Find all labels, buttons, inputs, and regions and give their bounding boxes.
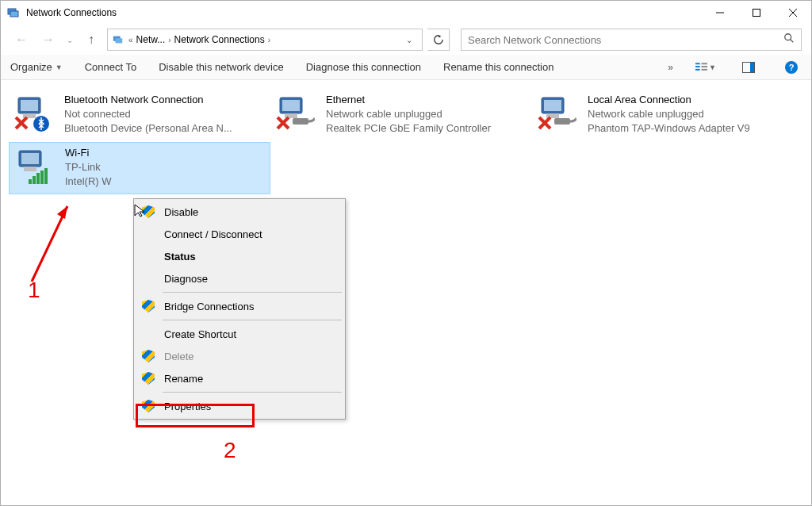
adapter-icon [14, 146, 60, 190]
svg-rect-13 [702, 63, 708, 64]
connection-name: Bluetooth Network Connection [64, 93, 232, 107]
disable-device-button[interactable]: Disable this network device [159, 61, 284, 73]
breadcrumb-icon [111, 34, 125, 45]
context-menu: Disable Connect / Disconnect Status Diag… [133, 198, 346, 420]
adapter-icon [13, 93, 59, 137]
view-options-button[interactable]: ▼ [695, 58, 716, 77]
svg-rect-41 [36, 173, 40, 184]
uac-shield-icon [142, 300, 155, 312]
breadcrumb-sep-icon: « [128, 36, 133, 44]
help-icon: ? [785, 61, 798, 74]
history-dropdown[interactable]: ⌄ [64, 36, 75, 44]
connection-name: Ethernet [326, 93, 491, 107]
chevron-down-icon: ▼ [709, 63, 716, 71]
connection-bluetooth[interactable]: Bluetooth Network Connection Not connect… [9, 90, 270, 142]
adapter-icon [537, 93, 583, 137]
svg-rect-37 [21, 153, 39, 164]
connect-to-button[interactable]: Connect To [85, 61, 137, 73]
chevron-right-icon: › [168, 36, 170, 44]
search-icon[interactable] [783, 33, 795, 47]
breadcrumb-seg-1[interactable]: Netw... [136, 34, 166, 45]
annotation-highlight-box [136, 404, 255, 427]
svg-rect-17 [750, 63, 754, 72]
close-button[interactable] [775, 1, 811, 25]
network-connections-window: Network Connections ← → ⌄ ↑ « Netw... › … [0, 0, 812, 506]
refresh-button[interactable] [427, 29, 450, 51]
minimize-button[interactable] [702, 1, 738, 25]
ctx-rename[interactable]: Rename [136, 367, 343, 389]
svg-rect-31 [544, 100, 561, 111]
svg-rect-42 [40, 171, 44, 184]
breadcrumb-dropdown[interactable]: ⌄ [400, 36, 419, 44]
adapter-icon [275, 93, 321, 137]
connection-status: TP-Link [65, 160, 112, 174]
svg-point-8 [785, 34, 791, 40]
signal-bars-icon [29, 168, 49, 184]
toolbar: Organize ▼ Connect To Disable this netwo… [1, 55, 811, 80]
uac-shield-icon [142, 205, 155, 218]
search-box[interactable] [461, 29, 802, 51]
svg-rect-11 [695, 66, 700, 67]
toolbar-overflow[interactable]: » [668, 62, 673, 73]
connection-ethernet[interactable]: Ethernet Network cable unplugged Realtek… [270, 90, 532, 142]
search-input[interactable] [468, 34, 783, 46]
svg-rect-35 [554, 118, 570, 125]
chevron-down-icon: ▼ [56, 63, 63, 71]
ctx-status[interactable]: Status [136, 245, 343, 267]
connection-status: Network cable unplugged [326, 107, 491, 121]
connection-status: Network cable unplugged [588, 107, 750, 121]
svg-rect-10 [695, 63, 700, 64]
svg-rect-29 [293, 118, 308, 125]
connection-list: Bluetooth Network Connection Not connect… [9, 90, 803, 194]
connection-status: Not connected [64, 107, 232, 121]
breadcrumb-seg-2[interactable]: Network Connections [174, 34, 265, 45]
svg-rect-39 [29, 179, 32, 184]
connection-name: Wi-Fi [65, 146, 112, 160]
ctx-diagnose[interactable]: Diagnose [136, 267, 343, 289]
connection-device: Intel(R) W [65, 174, 112, 189]
connection-wifi[interactable]: Wi-Fi TP-Link Intel(R) W [9, 142, 270, 194]
ctx-separator [163, 392, 342, 393]
window-icon [7, 6, 20, 19]
svg-rect-1 [10, 11, 18, 17]
ctx-delete: Delete [136, 345, 343, 367]
forward-button[interactable]: → [37, 29, 59, 51]
ctx-separator [163, 292, 342, 293]
help-button[interactable]: ? [781, 58, 802, 77]
back-button[interactable]: ← [10, 29, 33, 51]
breadcrumb[interactable]: « Netw... › Network Connections › ⌄ [107, 29, 423, 51]
svg-rect-12 [695, 68, 700, 70]
uac-shield-icon [142, 350, 155, 362]
diagnose-connection-button[interactable]: Diagnose this connection [306, 61, 421, 73]
svg-rect-40 [33, 176, 36, 184]
organize-menu[interactable]: Organize ▼ [10, 61, 63, 73]
up-button[interactable]: ↑ [80, 29, 102, 51]
chevron-right-icon: › [268, 36, 270, 44]
preview-pane-button[interactable] [738, 58, 759, 77]
svg-rect-43 [44, 168, 48, 184]
svg-rect-19 [21, 100, 38, 111]
window-title: Network Connections [26, 7, 702, 18]
svg-rect-7 [116, 38, 123, 43]
titlebar: Network Connections [1, 1, 811, 25]
window-controls [702, 1, 811, 25]
connection-lan[interactable]: Local Area Connection Network cable unpl… [532, 90, 794, 142]
ctx-connect-disconnect[interactable]: Connect / Disconnect [136, 223, 343, 245]
ctx-separator [163, 320, 342, 320]
svg-rect-25 [282, 100, 300, 111]
navigation-row: ← → ⌄ ↑ « Netw... › Network Connections … [1, 25, 811, 55]
svg-rect-3 [753, 10, 760, 17]
rename-connection-button[interactable]: Rename this connection [443, 61, 553, 73]
connection-device: Realtek PCIe GbE Family Controller [326, 121, 491, 136]
connection-device: Bluetooth Device (Personal Area N... [64, 121, 232, 136]
svg-rect-14 [702, 66, 708, 67]
svg-line-9 [791, 40, 794, 43]
maximize-button[interactable] [738, 1, 775, 25]
ctx-disable[interactable]: Disable [136, 201, 343, 223]
ctx-create-shortcut[interactable]: Create Shortcut [136, 323, 343, 345]
connection-device: Phantom TAP-Windows Adapter V9 [588, 121, 750, 136]
uac-shield-icon [142, 372, 155, 385]
svg-rect-15 [702, 68, 708, 70]
content-area: Bluetooth Network Connection Not connect… [1, 80, 811, 505]
ctx-bridge[interactable]: Bridge Connections [136, 295, 343, 317]
